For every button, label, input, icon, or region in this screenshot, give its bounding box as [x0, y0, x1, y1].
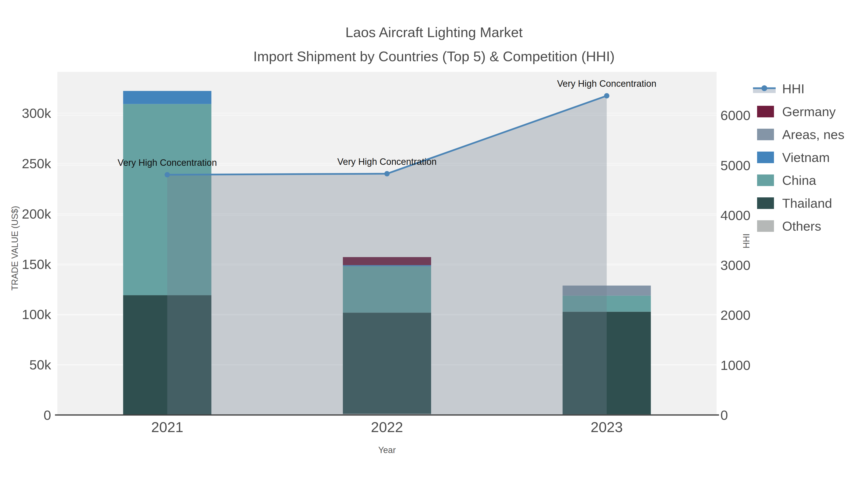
y-right-tick-6000: 6000	[720, 107, 751, 123]
y-right-tick-2000: 2000	[720, 307, 751, 323]
legend-label: HHI	[782, 81, 805, 96]
legend-item-germany[interactable]: Germany	[749, 100, 864, 123]
chart-title-line2: Import Shipment by Countries (Top 5) & C…	[0, 44, 868, 68]
legend-swatch-china	[757, 174, 774, 186]
annotation-2021: Very High Concentration	[118, 157, 217, 168]
legend-swatch-areas--nes	[757, 129, 774, 140]
legend-label: Areas, nes	[782, 127, 844, 142]
legend-swatch-thailand	[757, 197, 774, 209]
plot-svg	[0, 0, 868, 488]
hhi-marker-2023[interactable]	[604, 93, 609, 98]
y-left-tick-100k: 100k	[4, 306, 51, 322]
y-right-tick-0: 0	[720, 407, 728, 423]
x-axis-title: Year	[378, 445, 396, 455]
legend-item-others[interactable]: Others	[749, 215, 864, 237]
y-left-tick-0: 0	[4, 407, 51, 423]
chart-title-line1: Laos Aircraft Lighting Market	[0, 20, 868, 44]
bar-segment-vietnam-2021[interactable]	[123, 91, 212, 104]
legend-item-vietnam[interactable]: Vietnam	[749, 146, 864, 169]
legend-label: Thailand	[782, 196, 832, 210]
hhi-marker-2022[interactable]	[384, 171, 390, 176]
x-tick-2022: 2022	[371, 419, 403, 435]
x-tick-2021: 2021	[151, 419, 183, 435]
y-left-tick-50k: 50k	[4, 357, 51, 372]
y-right-tick-4000: 4000	[720, 207, 751, 223]
legend-swatch-others	[757, 220, 774, 232]
y-right-tick-1000: 1000	[720, 357, 751, 373]
y-left-tick-250k: 250k	[4, 156, 51, 171]
legend-item-areas--nes[interactable]: Areas, nes	[749, 123, 864, 146]
annotation-2022: Very High Concentration	[337, 156, 437, 167]
legend-label: Others	[782, 219, 821, 233]
legend-swatch-vietnam	[757, 152, 774, 163]
legend-item-thailand[interactable]: Thailand	[749, 192, 864, 215]
y-right-tick-3000: 3000	[720, 257, 751, 273]
chart-title: Laos Aircraft Lighting Market Import Shi…	[0, 20, 868, 68]
y-left-axis-title: TRADE VALUE (US$)	[10, 206, 20, 290]
annotation-2023: Very High Concentration	[557, 78, 656, 89]
legend-item-hhi[interactable]: HHI	[749, 77, 864, 100]
legend-hhi-line-sample	[753, 84, 776, 94]
y-right-tick-5000: 5000	[720, 157, 751, 173]
legend-item-china[interactable]: China	[749, 169, 864, 192]
y-left-tick-300k: 300k	[4, 105, 51, 121]
legend-label: Germany	[782, 104, 836, 119]
x-tick-2023: 2023	[591, 419, 623, 435]
chart-canvas: Laos Aircraft Lighting Market Import Shi…	[0, 0, 868, 488]
legend-label: Vietnam	[782, 150, 830, 165]
legend-label: China	[782, 173, 816, 188]
legend-swatch-germany	[757, 106, 774, 117]
hhi-marker-2021[interactable]	[165, 172, 170, 177]
